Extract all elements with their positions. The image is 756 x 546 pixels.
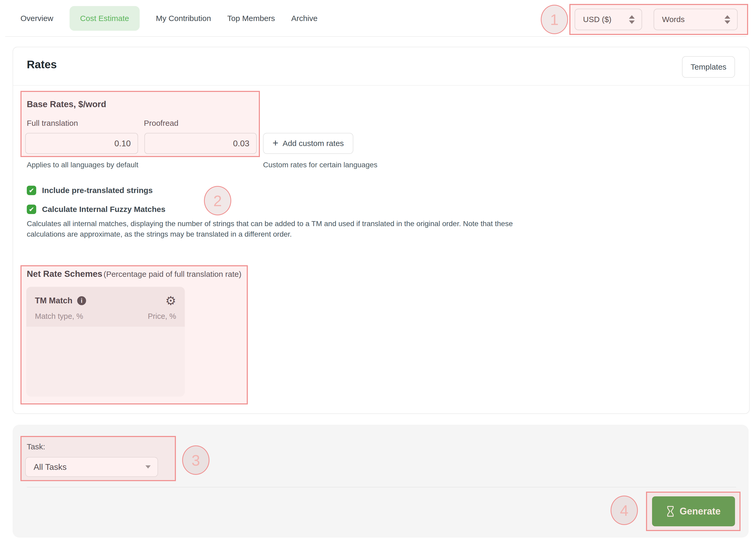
tm-match-title: TM Match (35, 296, 72, 306)
gear-icon[interactable]: ⚙ (165, 295, 176, 307)
stepper-arrows-icon (725, 15, 730, 24)
include-pretranslated-checkbox[interactable] (27, 186, 36, 195)
tab-list: Overview Cost Estimate My Contribution T… (20, 0, 318, 37)
currency-select-value: USD ($) (583, 15, 611, 24)
rates-card-header-divider (13, 85, 749, 86)
include-pretranslated-label: Include pre-translated strings (42, 186, 153, 195)
generate-button-label: Generate (680, 506, 721, 517)
price-column-header: Price, % (148, 312, 176, 321)
task-dropdown-value: All Tasks (34, 462, 67, 472)
include-pretranslated-row: Include pre-translated strings (27, 186, 153, 195)
tm-match-card: TM Match i ⚙ Match type, % Price, % 101 … (26, 287, 185, 397)
net-rate-schemes-title: Net Rate Schemes (27, 269, 102, 279)
custom-rates-helper-text: Custom rates for certain languages (263, 161, 377, 169)
units-select[interactable]: Words (654, 9, 738, 30)
tab-cost-estimate[interactable]: Cost Estimate (70, 6, 140, 31)
tab-my-contribution[interactable]: My Contribution (156, 14, 211, 23)
add-custom-rates-label: Add custom rates (282, 139, 344, 148)
task-dropdown[interactable]: All Tasks (25, 457, 158, 477)
fuzzy-matches-note: Calculates all internal matches, display… (27, 218, 528, 239)
plus-icon: + (272, 138, 278, 148)
tab-top-members[interactable]: Top Members (227, 14, 275, 23)
base-rates-heading: Base Rates, $/word (27, 99, 106, 109)
rates-card-title: Rates (27, 58, 57, 71)
tab-bar: Overview Cost Estimate My Contribution T… (0, 0, 756, 37)
task-label: Task: (27, 442, 45, 451)
panel-divider (27, 487, 736, 487)
currency-select[interactable]: USD ($) (575, 9, 642, 30)
tm-match-title-row: TM Match i ⚙ (35, 295, 176, 307)
tab-overview[interactable]: Overview (20, 14, 53, 23)
fuzzy-matches-checkbox[interactable] (27, 204, 36, 214)
fuzzy-matches-row: Calculate Internal Fuzzy Matches (27, 204, 165, 214)
net-rate-schemes-subtitle: (Percentage paid of full translation rat… (103, 270, 241, 279)
chevron-down-icon (145, 465, 151, 469)
info-icon[interactable]: i (77, 296, 86, 305)
units-select-value: Words (662, 15, 685, 24)
match-type-column-header: Match type, % (35, 312, 83, 321)
generate-button[interactable]: Generate (652, 496, 735, 526)
proofread-label: Proofread (144, 119, 179, 128)
net-rate-schemes-heading: Net Rate Schemes (Percentage paid of ful… (27, 269, 241, 279)
generate-panel (13, 425, 749, 538)
add-custom-rates-button[interactable]: + Add custom rates (263, 133, 353, 154)
base-rates-helper-text: Applies to all languages by default (27, 161, 138, 169)
full-translation-rate-input[interactable] (25, 133, 138, 154)
tab-bar-divider (5, 36, 747, 37)
full-translation-label: Full translation (27, 119, 78, 128)
hourglass-icon (666, 506, 674, 517)
tm-match-card-header (26, 287, 185, 327)
proofread-rate-input[interactable] (144, 133, 257, 154)
fuzzy-matches-label: Calculate Internal Fuzzy Matches (42, 205, 165, 214)
cost-estimate-page: Overview Cost Estimate My Contribution T… (0, 0, 756, 546)
tm-match-column-headers: Match type, % Price, % (35, 312, 176, 321)
templates-button[interactable]: Templates (682, 56, 735, 78)
tab-archive[interactable]: Archive (291, 14, 318, 23)
stepper-arrows-icon (629, 15, 635, 24)
